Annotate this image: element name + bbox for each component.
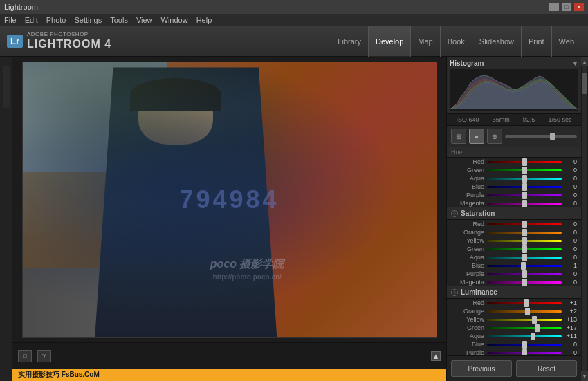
window-controls[interactable]: _ □ × bbox=[549, 3, 584, 11]
lum-blue-label: Blue bbox=[451, 341, 484, 348]
lum-orange-label: Orange bbox=[451, 308, 484, 315]
hue-green-track[interactable] bbox=[487, 169, 562, 171]
hue-aqua-label: Aqua bbox=[451, 175, 484, 182]
maximize-button[interactable]: □ bbox=[562, 3, 571, 11]
sat-orange-track[interactable] bbox=[487, 232, 562, 234]
minimize-button[interactable]: _ bbox=[549, 3, 559, 11]
lum-green-label: Green bbox=[451, 324, 484, 331]
tab-book[interactable]: Book bbox=[441, 26, 472, 57]
hue-magenta-label: Magenta bbox=[451, 200, 484, 207]
sat-green-label: Green bbox=[451, 245, 484, 252]
sat-row-green: Green 0 bbox=[447, 245, 581, 253]
hue-red-value: 0 bbox=[564, 158, 577, 165]
lum-row-orange: Orange +2 bbox=[447, 307, 581, 315]
sat-yellow-track[interactable] bbox=[487, 240, 562, 242]
histogram-header: Histogram ▼ bbox=[450, 59, 578, 67]
sat-red-label: Red bbox=[451, 221, 484, 227]
left-panel-strip bbox=[0, 57, 12, 381]
lum-aqua-track[interactable] bbox=[487, 335, 562, 337]
hue-red-label: Red bbox=[451, 158, 484, 165]
lum-row-green: Green +17 bbox=[447, 324, 581, 332]
saturation-toggle[interactable]: ○ bbox=[451, 210, 458, 217]
sat-green-track[interactable] bbox=[487, 248, 562, 250]
close-button[interactable]: × bbox=[574, 3, 584, 11]
tab-develop[interactable]: Develop bbox=[369, 26, 411, 57]
hue-purple-thumb bbox=[522, 192, 527, 199]
tab-print[interactable]: Print bbox=[522, 26, 552, 57]
lum-red-thumb bbox=[524, 299, 529, 307]
hue-blue-thumb bbox=[522, 183, 527, 191]
histogram-expand-icon[interactable]: ▼ bbox=[572, 60, 578, 67]
sat-purple-label: Purple bbox=[451, 270, 484, 277]
hue-magenta-track[interactable] bbox=[487, 203, 562, 205]
menu-window[interactable]: Window bbox=[161, 16, 188, 24]
tab-web[interactable]: Web bbox=[552, 26, 581, 57]
left-expand-handle[interactable] bbox=[3, 66, 10, 108]
scroll-track[interactable] bbox=[582, 66, 587, 371]
sat-red-track[interactable] bbox=[487, 223, 562, 225]
lum-red-track[interactable] bbox=[487, 302, 562, 304]
tab-map[interactable]: Map bbox=[411, 26, 440, 57]
tool-target[interactable]: ⊕ bbox=[487, 129, 502, 144]
hue-aqua-value: 0 bbox=[564, 175, 577, 182]
sat-magenta-track[interactable] bbox=[487, 281, 562, 284]
menu-view[interactable]: View bbox=[136, 16, 153, 24]
hue-red-track[interactable] bbox=[487, 161, 562, 163]
camera-focal: 35mm bbox=[493, 116, 510, 123]
scroll-down-arrow[interactable]: ▼ bbox=[581, 371, 588, 381]
lum-blue-track[interactable] bbox=[487, 344, 562, 346]
sat-blue-thumb bbox=[521, 262, 526, 270]
lum-blue-value: 0 bbox=[564, 341, 577, 348]
filmstrip-btn-y[interactable]: Y bbox=[37, 350, 51, 362]
lum-green-value: +17 bbox=[564, 324, 577, 331]
menu-help[interactable]: Help bbox=[196, 16, 212, 24]
filmstrip-btn-square[interactable]: □ bbox=[18, 350, 32, 362]
sat-purple-track[interactable] bbox=[487, 273, 562, 275]
previous-button[interactable]: Previous bbox=[451, 360, 512, 377]
sat-blue-track[interactable] bbox=[487, 265, 562, 267]
sat-row-aqua: Aqua 0 bbox=[447, 253, 581, 261]
hue-green-label: Green bbox=[451, 167, 484, 174]
luminance-toggle[interactable]: ○ bbox=[451, 289, 458, 296]
lum-purple-value: 0 bbox=[564, 349, 577, 355]
sat-green-thumb bbox=[522, 245, 527, 253]
hue-purple-track[interactable] bbox=[487, 194, 562, 196]
panel-content[interactable]: Hue Red 0 Green 0 bbox=[447, 147, 581, 355]
menu-file[interactable]: File bbox=[4, 16, 17, 24]
sat-magenta-thumb bbox=[522, 279, 527, 286]
lum-yellow-value: +13 bbox=[564, 316, 577, 323]
histogram-svg bbox=[450, 69, 578, 111]
luminance-title: Luminance bbox=[461, 288, 497, 296]
menu-edit[interactable]: Edit bbox=[25, 16, 38, 24]
menu-settings[interactable]: Settings bbox=[74, 16, 102, 24]
tool-grid[interactable]: ⊞ bbox=[451, 129, 466, 144]
menu-tools[interactable]: Tools bbox=[110, 16, 128, 24]
lum-orange-value: +2 bbox=[564, 308, 577, 315]
lum-yellow-track[interactable] bbox=[487, 319, 562, 321]
tab-slideshow[interactable]: Slideshow bbox=[472, 26, 522, 57]
tool-circle[interactable]: ● bbox=[469, 129, 484, 144]
scroll-thumb[interactable] bbox=[582, 73, 587, 94]
titlebar-title: Lightroom bbox=[4, 3, 38, 11]
hue-aqua-track[interactable] bbox=[487, 178, 562, 180]
sat-orange-label: Orange bbox=[451, 229, 484, 236]
sat-blue-value: -1 bbox=[564, 262, 577, 269]
filmstrip-expand[interactable]: ▲ bbox=[431, 351, 441, 361]
lum-red-label: Red bbox=[451, 299, 484, 306]
sat-aqua-track[interactable] bbox=[487, 257, 562, 259]
lum-row-aqua: Aqua +11 bbox=[447, 332, 581, 340]
hue-blue-track[interactable] bbox=[487, 186, 562, 188]
lum-orange-track[interactable] bbox=[487, 310, 562, 313]
lum-green-thumb bbox=[535, 324, 540, 332]
scroll-up-arrow[interactable]: ▲ bbox=[581, 57, 588, 66]
tone-slider[interactable] bbox=[505, 135, 577, 138]
lum-green-track[interactable] bbox=[487, 327, 562, 329]
menu-photo[interactable]: Photo bbox=[46, 16, 66, 24]
tab-library[interactable]: Library bbox=[331, 26, 369, 57]
hue-magenta-thumb bbox=[522, 200, 527, 207]
reset-button[interactable]: Reset bbox=[516, 360, 577, 377]
lum-red-value: +1 bbox=[564, 299, 577, 306]
statusbar-text: 实用摄影技巧 FsBus.CoM bbox=[18, 370, 100, 380]
app-title: LIGHTROOM 4 bbox=[27, 38, 111, 50]
lum-purple-track[interactable] bbox=[487, 352, 562, 354]
